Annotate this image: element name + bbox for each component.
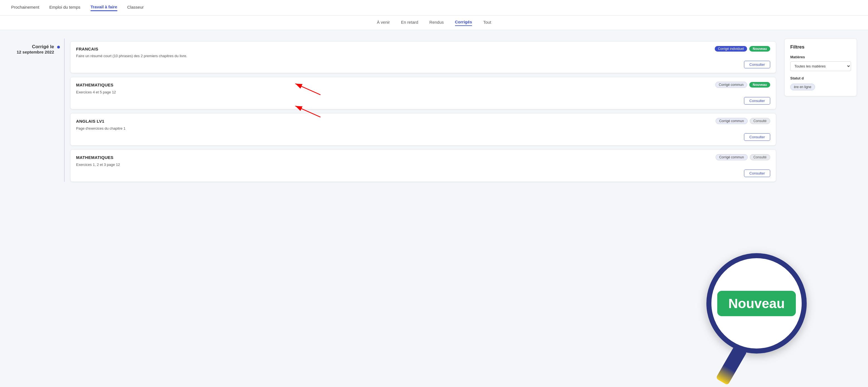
card-badges-anglais: Corrigé commun Consulté <box>716 118 770 124</box>
subnav-en-retard[interactable]: En retard <box>401 20 418 26</box>
content-area: Corrigé le 12 septembre 2022 FRANCAIS Co… <box>11 38 776 379</box>
card-footer-anglais: Consulter <box>76 133 770 141</box>
top-navigation: Prochainement Emploi du temps Travail à … <box>0 0 868 16</box>
card-title-anglais: ANGLAIS LV1 <box>76 119 104 123</box>
card-header-maths-2: MATHEMATIQUES Corrigé commun Consulté <box>76 154 770 160</box>
card-anglais: ANGLAIS LV1 Corrigé commun Consulté Page… <box>70 113 776 146</box>
btn-consulter-anglais[interactable]: Consulter <box>744 133 770 141</box>
badge-corrige-commun-maths-1: Corrigé commun <box>715 82 747 88</box>
date-label-column: Corrigé le 12 septembre 2022 <box>11 38 59 54</box>
badge-consulte-maths-2: Consulté <box>750 154 770 160</box>
subnav-rendus[interactable]: Rendus <box>429 20 444 26</box>
sidebar-title: Filtres <box>790 44 851 50</box>
card-desc-maths-1: Exercices 4 et 5 page 12 <box>76 90 770 94</box>
matieres-label: Matières <box>790 55 851 59</box>
subnav-a-venir[interactable]: À venir <box>377 20 390 26</box>
badge-nouveau-francais: Nouveau <box>749 46 770 52</box>
nav-emploi-du-temps[interactable]: Emploi du temps <box>49 5 81 10</box>
cards-area: FRANCAIS Corrigé individuel Nouveau Fair… <box>64 38 776 182</box>
badge-consulte-anglais: Consulté <box>750 118 770 124</box>
card-footer-maths-2: Consulter <box>76 170 770 177</box>
btn-consulter-maths-2[interactable]: Consulter <box>744 170 770 177</box>
main-container: Corrigé le 12 septembre 2022 FRANCAIS Co… <box>0 30 868 387</box>
card-desc-anglais: Page d'exercices du chapitre 1 <box>76 126 770 130</box>
badge-corrige-individuel: Corrigé individuel <box>715 46 747 52</box>
statut-badge-preview: ère en ligne <box>790 84 815 90</box>
card-badges-maths-2: Corrigé commun Consulté <box>716 154 770 160</box>
card-desc-maths-2: Exercices 1, 2 et 3 page 12 <box>76 162 770 167</box>
badge-corrige-commun-anglais: Corrigé commun <box>716 118 748 124</box>
badge-nouveau-maths-1: Nouveau <box>749 82 770 88</box>
nav-prochainement[interactable]: Prochainement <box>11 5 39 10</box>
subnav-corriges[interactable]: Corrigés <box>455 20 472 26</box>
date-value: 12 septembre 2022 <box>11 50 54 54</box>
nav-travail-a-faire[interactable]: Travail à faire <box>91 4 117 11</box>
card-header-francais: FRANCAIS Corrigé individuel Nouveau <box>76 46 770 52</box>
btn-consulter-francais[interactable]: Consulter <box>744 61 770 68</box>
sub-navigation: À venir En retard Rendus Corrigés Tout <box>0 16 868 30</box>
card-title-maths-2: MATHEMATIQUES <box>76 155 114 160</box>
matieres-select[interactable]: Toutes les matières <box>790 61 851 71</box>
btn-consulter-maths-1[interactable]: Consulter <box>744 97 770 105</box>
card-header-maths-1: MATHEMATIQUES Corrigé commun Nouveau <box>76 82 770 88</box>
corrige-le-label: Corrigé le <box>11 44 54 50</box>
card-footer-maths-1: Consulter <box>76 97 770 105</box>
card-title-francais: FRANCAIS <box>76 47 98 51</box>
card-desc-francais: Faire un résumé court (10 phrases) des 2… <box>76 54 770 58</box>
card-badges-francais: Corrigé individuel Nouveau <box>715 46 770 52</box>
card-francais: FRANCAIS Corrigé individuel Nouveau Fair… <box>70 41 776 73</box>
nav-classeur[interactable]: Classeur <box>127 5 144 10</box>
card-badges-maths-1: Corrigé commun Nouveau <box>715 82 770 88</box>
subnav-tout[interactable]: Tout <box>483 20 491 26</box>
card-maths-1: MATHEMATIQUES Corrigé commun Nouveau Exe… <box>70 77 776 109</box>
card-maths-2: MATHEMATIQUES Corrigé commun Consulté Ex… <box>70 149 776 182</box>
card-header-anglais: ANGLAIS LV1 Corrigé commun Consulté <box>76 118 770 124</box>
badge-corrige-commun-maths-2: Corrigé commun <box>716 154 748 160</box>
card-footer-francais: Consulter <box>76 61 770 68</box>
date-section: Corrigé le 12 septembre 2022 FRANCAIS Co… <box>11 38 776 182</box>
card-title-maths-1: MATHEMATIQUES <box>76 83 114 87</box>
statut-label: Statut d <box>790 76 851 80</box>
sidebar-filters: Filtres Matières Toutes les matières Sta… <box>784 38 857 96</box>
